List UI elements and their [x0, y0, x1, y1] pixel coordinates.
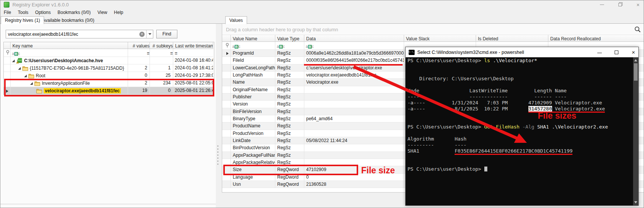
key-name-cell: {11517B7C-E79D-4e20-961B-75A811715ADD} — [11, 64, 128, 72]
equals-filter-icon[interactable]: = — [175, 51, 177, 56]
row-indicator — [4, 57, 11, 64]
abc-filter-icon[interactable]: aBc — [277, 44, 285, 49]
col-value-name[interactable]: Value Name — [231, 35, 275, 42]
expander-icon[interactable] — [18, 67, 21, 70]
ps-close-button[interactable]: × — [630, 49, 637, 55]
col-data[interactable]: Data — [304, 35, 404, 42]
values-header-row: Value Name Value Type Data Value Slack I… — [222, 35, 644, 42]
folder-icon — [28, 73, 34, 78]
equals-filter-icon[interactable]: = — [170, 51, 173, 56]
value-name-cell: LowerCaseLongPath — [231, 64, 275, 72]
key-name-label: Root — [36, 73, 45, 78]
folder-icon — [22, 66, 28, 71]
row-indicator — [222, 93, 231, 101]
menu-item-tools[interactable]: Tools — [14, 10, 32, 15]
scrollbar-thumb[interactable] — [634, 63, 638, 81]
restore-button[interactable] — [617, 2, 623, 8]
equals-filter-icon[interactable]: = — [147, 51, 150, 56]
value-name-cell: LongPathHash — [231, 72, 275, 79]
value-name-cell: Name — [231, 79, 275, 86]
col-value-slack[interactable]: Value Slack — [404, 35, 476, 42]
row-indicator — [4, 72, 11, 80]
tab-values[interactable]: Values — [225, 16, 247, 24]
row-indicator — [222, 181, 231, 188]
value-name-cell: Version — [231, 101, 275, 108]
value-type-cell: RegSz — [275, 86, 304, 93]
data-cell — [304, 93, 404, 101]
expander-icon[interactable] — [24, 75, 27, 77]
col-data-record-reallocated[interactable]: Data Record Reallocated — [548, 35, 644, 42]
value-name-cell: LinkDate — [231, 137, 275, 144]
abc-filter-icon[interactable]: aBc — [232, 44, 240, 49]
tab-available-bookmarks[interactable]: Available bookmarks (0/0) — [38, 16, 98, 24]
key-name-label: C:\Users\user\Desktop\Amcache.hve — [24, 58, 103, 63]
data-cell: 47102909 — [304, 166, 404, 173]
menu-item-options[interactable]: Options — [32, 10, 54, 15]
tree-indicator-header — [4, 42, 11, 49]
menu-item-view[interactable]: View — [94, 10, 111, 15]
tree-col-key-name[interactable]: Key name — [11, 42, 128, 49]
console-scrollbar[interactable] — [633, 57, 638, 205]
search-input[interactable]: velociraptor.exe|aeedbdb141f81fec × — [6, 30, 153, 38]
tree-col-num-values[interactable]: # values — [128, 42, 150, 49]
clear-search-icon[interactable]: × — [139, 32, 145, 37]
row-indicator — [222, 115, 231, 122]
key-name-cell: InventoryApplicationFile — [11, 80, 128, 87]
data-cell: Velociraptor.exe — [304, 79, 404, 86]
tree-row[interactable]: {11517B7C-E79D-4e20-961B-75A811715ADD}21… — [4, 64, 214, 72]
scroll-down-icon[interactable] — [634, 201, 637, 203]
tab-registry-hives[interactable]: Registry hives (1) — [1, 16, 44, 24]
tree-row[interactable]: C:\Users\user\Desktop\Amcache.hve2024-01… — [4, 57, 214, 64]
row-indicator — [222, 137, 231, 144]
powershell-title-bar[interactable]: C:\_ Select C:\Windows\system32\cmd.exe … — [406, 47, 638, 57]
expander-icon[interactable] — [30, 82, 33, 85]
tree-row[interactable]: Root0252024-01-29 17:38:08 — [4, 72, 214, 80]
ps-maximize-button[interactable] — [613, 49, 620, 55]
powershell-window[interactable]: C:\_ Select C:\Windows\system32\cmd.exe … — [405, 47, 639, 206]
group-by-bar[interactable]: Drag a column header here to group by th… — [222, 24, 644, 35]
search-dropdown-button[interactable] — [146, 30, 153, 38]
close-button[interactable]: × — [635, 2, 641, 8]
search-icon[interactable] — [634, 26, 641, 34]
abc-filter-icon[interactable]: aBc — [306, 44, 314, 49]
abc-filter-icon[interactable]: aBc — [12, 52, 20, 56]
data-cell: 0 — [304, 174, 404, 181]
value-name-cell: BinaryType — [231, 115, 275, 122]
value-name-cell: ProductName — [231, 122, 275, 130]
key-name-label: velociraptor.exe|aeedbdb141f81fec — [44, 88, 121, 93]
tree-row[interactable]: velociraptor.exe|aeedbdb141f81fec1902025… — [4, 87, 214, 95]
col-value-type[interactable]: Value Type — [275, 35, 304, 42]
data-cell: 0000f035e86f264415e8f0266e217bc0bd1c4574… — [304, 57, 404, 64]
row-indicator — [222, 57, 231, 64]
scroll-up-icon[interactable] — [634, 59, 637, 61]
value-name-cell: BinFileVersion — [231, 108, 275, 115]
expander-icon[interactable] — [12, 60, 15, 62]
row-indicator — [222, 79, 231, 86]
powershell-console[interactable]: PS C:\Users\user\Desktop> ls .\Velocirap… — [406, 57, 638, 205]
registry-explorer-app: { "window": { "title": "Registry Explore… — [0, 0, 644, 208]
data-cell — [304, 152, 404, 159]
tree-col-last-write[interactable]: Last write timestamp — [173, 42, 213, 49]
data-cell — [304, 130, 404, 137]
value-name-cell: ProgramId — [231, 50, 275, 57]
minimize-button[interactable] — [598, 2, 605, 8]
num-subkeys-cell: 0 — [150, 87, 173, 95]
last-write-timestamp-cell: 2024-01-29 17:38:08 — [173, 72, 213, 80]
ps-minimize-button[interactable] — [596, 49, 603, 55]
menu-item-file[interactable]: File — [0, 10, 14, 15]
tree-row[interactable]: InventoryApplicationFile22342025-08-01 2… — [4, 80, 214, 87]
row-indicator — [222, 72, 231, 79]
folder-icon — [36, 89, 42, 93]
col-is-deleted[interactable]: Is Deleted — [476, 35, 548, 42]
menu-item-bookmarks[interactable]: Bookmarks (0/0) — [54, 10, 94, 15]
tree-col-num-subkeys[interactable]: # subkeys — [150, 42, 173, 49]
row-indicator — [4, 80, 11, 87]
menu-item-help[interactable]: Help — [111, 10, 127, 15]
value-name-cell: OriginalFileName — [231, 86, 275, 93]
panel-splitter[interactable] — [217, 144, 219, 167]
data-cell — [304, 86, 404, 93]
num-subkeys-cell: 234 — [150, 80, 173, 87]
filter-pin-icon — [226, 43, 229, 49]
find-button[interactable]: Find — [156, 30, 177, 38]
value-type-cell: RegDword — [275, 174, 304, 181]
